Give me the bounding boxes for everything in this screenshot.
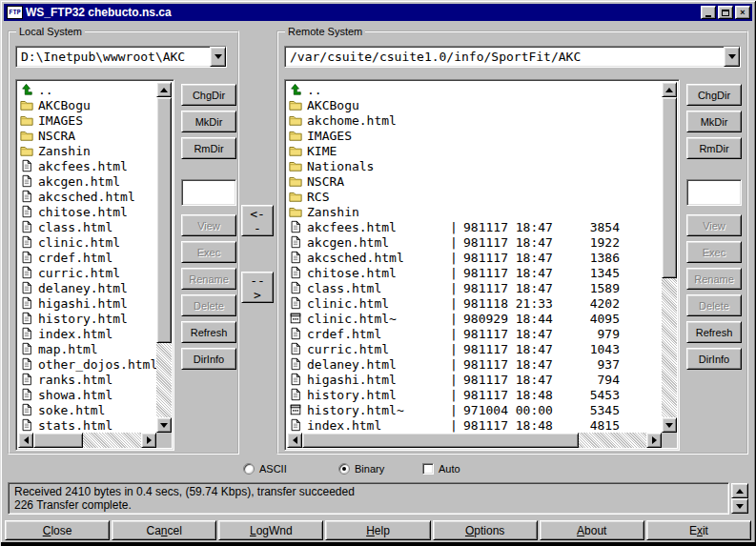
list-item[interactable]: curric.html xyxy=(18,265,156,280)
list-item[interactable]: IMAGES xyxy=(18,112,156,128)
list-item[interactable]: higashi.html xyxy=(18,295,156,311)
scroll-left-button[interactable] xyxy=(18,433,33,448)
transfer-to-local-button[interactable]: <-- xyxy=(241,205,274,236)
vscroll-thumb[interactable] xyxy=(662,97,677,278)
list-item[interactable]: .. xyxy=(18,82,156,97)
about-button[interactable]: About xyxy=(540,520,644,540)
list-item[interactable]: clinic.html~|980929 18:444095 xyxy=(287,311,662,326)
local-rmdir-button[interactable]: RmDir xyxy=(181,137,236,159)
scroll-down-button[interactable] xyxy=(662,417,677,433)
remote-file-list[interactable]: ..AKCBoguakchome.htmlIMAGESKIMENationals… xyxy=(284,79,680,451)
vscroll-thumb[interactable] xyxy=(156,97,172,343)
list-item[interactable]: map.html xyxy=(18,341,156,356)
list-item[interactable]: Zanshin xyxy=(18,143,156,158)
list-item[interactable]: history.html|981117 18:485453 xyxy=(287,387,662,402)
list-item[interactable]: class.html|981117 18:471589 xyxy=(287,280,662,295)
maximize-button[interactable] xyxy=(718,6,733,19)
list-item[interactable]: NSCRA xyxy=(18,128,156,143)
list-item[interactable]: delaney.html|981117 18:47937 xyxy=(287,356,662,372)
list-item[interactable]: class.html xyxy=(18,219,156,234)
local-chgdir-button[interactable]: ChgDir xyxy=(181,84,236,106)
hscroll-thumb[interactable] xyxy=(33,433,83,448)
remote-vscrollbar[interactable] xyxy=(662,82,677,433)
scroll-right-button[interactable] xyxy=(141,433,156,448)
local-hscrollbar[interactable] xyxy=(18,433,156,448)
list-item[interactable]: AKCBogu xyxy=(18,97,156,112)
list-item[interactable]: clinic.html|981118 21:334202 xyxy=(287,295,662,311)
list-item[interactable]: clinic.html xyxy=(18,234,156,250)
list-item[interactable]: higashi.html|981117 18:47794 xyxy=(287,372,662,387)
list-item[interactable]: .. xyxy=(287,82,662,97)
close-window-button[interactable]: × xyxy=(735,6,750,19)
list-item[interactable]: AKCBogu xyxy=(287,97,662,112)
minimize-button[interactable] xyxy=(701,6,716,19)
list-item[interactable]: NSCRA xyxy=(287,173,662,189)
local-refresh-button[interactable]: Refresh xyxy=(181,321,236,343)
list-item[interactable]: other_dojos.html xyxy=(18,356,156,372)
remote-hscrollbar[interactable] xyxy=(287,433,662,448)
remote-mkdir-button[interactable]: MkDir xyxy=(686,111,742,132)
local-path-dropdown-button[interactable] xyxy=(210,47,226,67)
list-item[interactable]: akcfees.html xyxy=(18,158,156,173)
transfer-to-remote-button[interactable]: --> xyxy=(241,272,274,303)
scroll-down-button[interactable] xyxy=(156,417,172,433)
scroll-right-button[interactable] xyxy=(646,433,662,448)
logwnd-button[interactable]: LogWnd xyxy=(218,520,323,540)
remote-path-dropdown-button[interactable] xyxy=(724,47,740,67)
help-button[interactable]: Help xyxy=(325,520,430,540)
list-item[interactable]: curric.html|981117 18:471043 xyxy=(287,341,662,356)
list-item[interactable]: index.html|981117 18:484815 xyxy=(287,417,662,433)
auto-checkbox[interactable]: Auto xyxy=(422,463,460,475)
remote-dirinfo-button[interactable]: DirInfo xyxy=(686,348,742,370)
scroll-up-button[interactable] xyxy=(156,82,172,97)
list-item[interactable]: crdef.html xyxy=(18,250,156,265)
list-item[interactable]: Nationals xyxy=(287,158,662,173)
local-vscrollbar[interactable] xyxy=(156,82,172,433)
ascii-radio[interactable]: ASCII xyxy=(243,463,287,475)
list-item[interactable]: index.html xyxy=(18,326,156,341)
scroll-left-button[interactable] xyxy=(287,433,302,448)
list-item[interactable]: IMAGES xyxy=(287,128,662,143)
list-item[interactable]: chitose.html|981117 18:471345 xyxy=(287,265,662,280)
list-item[interactable]: stats.html xyxy=(18,417,156,433)
remote-refresh-button[interactable]: Refresh xyxy=(686,321,742,343)
local-file-list[interactable]: ..AKCBoguIMAGESNSCRAZanshinakcfees.htmla… xyxy=(15,79,174,451)
list-item[interactable]: Zanshin xyxy=(287,204,662,219)
remote-chgdir-button[interactable]: ChgDir xyxy=(686,84,742,106)
scroll-up-button[interactable] xyxy=(662,82,677,97)
list-item[interactable]: crdef.html|981117 18:47979 xyxy=(287,326,662,341)
list-item[interactable]: RCS xyxy=(287,189,662,204)
list-item[interactable]: akcgen.html|981117 18:471922 xyxy=(287,234,662,250)
local-selection-input[interactable] xyxy=(181,179,236,206)
radio-checked-icon[interactable] xyxy=(338,463,350,475)
remote-rmdir-button[interactable]: RmDir xyxy=(686,137,742,159)
local-path-combobox[interactable]: D:\Inetpub\wwwroot\AKC xyxy=(15,46,227,68)
list-item[interactable]: ranks.html xyxy=(18,372,156,387)
status-log[interactable]: Received 2410 bytes in 0.4 secs, (59.74 … xyxy=(8,482,729,515)
radio-icon[interactable] xyxy=(243,463,255,475)
list-item[interactable]: akcsched.html|981117 18:471386 xyxy=(287,250,662,265)
list-item[interactable]: KIME xyxy=(287,143,662,158)
status-scroll-down-button[interactable] xyxy=(731,498,748,514)
list-item[interactable]: akcfees.html|981117 18:473854 xyxy=(287,219,662,234)
titlebar[interactable]: FTP WS_FTP32 chebucto.ns.ca × xyxy=(4,4,752,21)
local-mkdir-button[interactable]: MkDir xyxy=(181,111,236,132)
close-button[interactable]: Close xyxy=(5,520,110,540)
exit-button[interactable]: Exit xyxy=(646,520,751,540)
local-dirinfo-button[interactable]: DirInfo xyxy=(181,348,236,370)
list-item[interactable]: soke.html xyxy=(18,402,156,417)
remote-path-combobox[interactable]: /var/csuite/csuite1.0/info/SportFit/AKC xyxy=(284,46,741,68)
list-item[interactable]: chitose.html xyxy=(18,204,156,219)
list-item[interactable]: history.html xyxy=(18,311,156,326)
checkbox-icon[interactable] xyxy=(422,463,434,475)
binary-radio[interactable]: Binary xyxy=(338,463,384,475)
list-item[interactable]: akcgen.html xyxy=(18,173,156,189)
cancel-button[interactable]: Cancel xyxy=(112,520,216,540)
options-button[interactable]: Options xyxy=(433,520,538,540)
status-scroll-up-button[interactable] xyxy=(731,483,748,498)
list-item[interactable]: delaney.html xyxy=(18,280,156,295)
list-item[interactable]: akcsched.html xyxy=(18,189,156,204)
hscroll-thumb[interactable] xyxy=(302,433,579,448)
list-item[interactable]: showa.html xyxy=(18,387,156,402)
list-item[interactable]: history.html~|971004 00:005345 xyxy=(287,402,662,417)
